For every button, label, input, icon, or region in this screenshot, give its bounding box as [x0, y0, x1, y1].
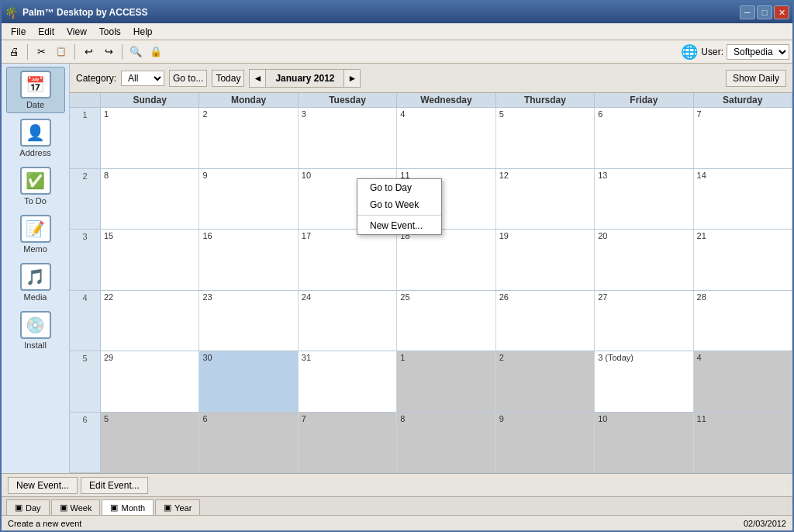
tb-sep-1 [27, 44, 28, 60]
today-button[interactable]: Today [212, 70, 244, 87]
next-month-button[interactable]: ► [344, 70, 360, 87]
day-cell-3-5[interactable]: 19 [496, 230, 595, 290]
prev-month-button[interactable]: ◄ [250, 70, 265, 87]
sidebar-item-address[interactable]: 👤 Address [6, 115, 65, 161]
sidebar-item-install[interactable]: 💿 Install [6, 307, 65, 354]
header-saturday: Saturday [694, 93, 792, 107]
day-cell-1-2[interactable]: 2 [199, 108, 298, 168]
tb-undo[interactable]: ↩ [79, 43, 98, 61]
day-cell-1-6[interactable]: 6 [595, 108, 693, 168]
day-number: 1 [400, 353, 405, 362]
sidebar-label-address: Address [19, 148, 50, 157]
day-cell-5-3[interactable]: 31 [299, 351, 397, 412]
tab-month[interactable]: ▣ Month [102, 499, 154, 515]
todo-icon: ✅ [20, 167, 51, 195]
day-cell-5-6[interactable]: 3 (Today) [595, 351, 693, 412]
day-cell-3-3[interactable]: 17 [299, 230, 397, 290]
context-menu-goto-day[interactable]: Go to Day [357, 179, 441, 196]
context-menu-goto-week[interactable]: Go to Week [357, 196, 441, 213]
day-cell-6-5[interactable]: 9 [496, 413, 595, 473]
tab-week[interactable]: ▣ Week [51, 499, 101, 515]
day-cell-3-4[interactable]: 18 [397, 230, 495, 290]
menu-edit[interactable]: Edit [32, 25, 60, 39]
day-cell-2-2[interactable]: 9 [199, 169, 298, 230]
day-cell-6-2[interactable]: 6 [199, 413, 298, 473]
day-number: 5 [104, 414, 109, 423]
day-cell-5-5[interactable]: 2 [496, 351, 595, 412]
day-cell-5-2[interactable]: 30 [199, 351, 298, 412]
tb-lock[interactable]: 🔒 [147, 43, 165, 61]
day-cell-4-4[interactable]: 25 [397, 291, 495, 351]
close-button[interactable]: ✕ [774, 5, 789, 19]
tb-cut[interactable]: ✂ [32, 43, 50, 61]
week-row-3: 315161718192021 [70, 230, 792, 291]
day-cell-2-5[interactable]: 12 [496, 169, 595, 230]
day-cell-3-7[interactable]: 21 [694, 230, 792, 290]
day-cell-6-4[interactable]: 8 [397, 413, 495, 473]
day-number: 17 [302, 231, 311, 240]
day-cell-4-2[interactable]: 23 [199, 291, 298, 351]
day-cell-6-7[interactable]: 11 [694, 413, 792, 473]
day-cell-4-7[interactable]: 28 [694, 291, 792, 351]
day-cell-6-6[interactable]: 10 [595, 413, 693, 473]
day-number: 11 [697, 414, 706, 423]
maximize-button[interactable]: □ [757, 5, 772, 19]
memo-icon: 📝 [20, 215, 51, 243]
day-cell-2-6[interactable]: 13 [595, 169, 693, 230]
new-event-button[interactable]: New Event... [8, 477, 78, 494]
day-cell-2-7[interactable]: 14 [694, 169, 792, 230]
day-cell-1-7[interactable]: 7 [694, 108, 792, 168]
bottom-tabs: ▣ Day ▣ Week ▣ Month ▣ Year [2, 496, 792, 515]
day-cell-1-1[interactable]: 1 [101, 108, 199, 168]
day-cell-5-7[interactable]: 4 [694, 351, 792, 412]
tb-redo[interactable]: ↪ [99, 43, 118, 61]
status-bar: Create a new event 02/03/2012 [2, 515, 792, 530]
menu-view[interactable]: View [60, 25, 93, 39]
month-tab-label: Month [121, 503, 145, 513]
day-number: 3 (Today) [598, 353, 633, 362]
day-cell-3-6[interactable]: 20 [595, 230, 693, 290]
show-daily-button[interactable]: Show Daily [726, 70, 786, 87]
day-cell-4-1[interactable]: 22 [101, 291, 199, 351]
sidebar-item-media[interactable]: 🎵 Media [6, 259, 65, 306]
user-select[interactable]: Softpedia [727, 44, 789, 60]
day-number: 3 [302, 109, 306, 119]
day-number: 8 [400, 414, 405, 423]
day-cell-1-4[interactable]: 4 [397, 108, 495, 168]
sidebar-item-todo[interactable]: ✅ To Do [6, 163, 65, 209]
calendar-area: Category: All Go to... Today ◄ January 2… [70, 64, 792, 473]
day-cell-2-1[interactable]: 8 [101, 169, 199, 230]
day-cell-6-3[interactable]: 7 [299, 413, 397, 473]
day-cell-5-1[interactable]: 29 [101, 351, 199, 412]
goto-button[interactable]: Go to... [169, 70, 207, 87]
day-number: 4 [400, 109, 405, 119]
edit-event-button[interactable]: Edit Event... [81, 477, 148, 494]
minimize-button[interactable]: ─ [740, 5, 755, 19]
bottom-buttons: New Event... Edit Event... [2, 473, 792, 496]
day-cell-4-3[interactable]: 24 [299, 291, 397, 351]
day-cell-3-2[interactable]: 16 [199, 230, 298, 290]
sidebar-item-date[interactable]: 📅 Date [6, 67, 65, 113]
day-tab-label: Day [26, 503, 41, 513]
day-number: 7 [697, 109, 702, 119]
day-cell-4-6[interactable]: 27 [595, 291, 693, 351]
category-select[interactable]: All [121, 71, 164, 86]
tb-copy[interactable]: 📋 [52, 43, 71, 61]
context-menu-new-event[interactable]: New Event... [357, 217, 441, 234]
tab-day[interactable]: ▣ Day [6, 499, 50, 515]
day-cell-3-1[interactable]: 15 [101, 230, 199, 290]
day-cell-4-5[interactable]: 26 [496, 291, 595, 351]
menu-file[interactable]: File [5, 25, 32, 39]
tb-search[interactable]: 🔍 [126, 43, 145, 61]
menu-tools[interactable]: Tools [93, 25, 127, 39]
day-cell-6-1[interactable]: 5 [101, 413, 199, 473]
day-cell-1-5[interactable]: 5 [496, 108, 595, 168]
day-cell-5-4[interactable]: 1 [397, 351, 495, 412]
menu-help[interactable]: Help [127, 25, 159, 39]
day-number: 22 [104, 292, 113, 302]
tb-print[interactable]: 🖨 [5, 43, 23, 61]
sidebar-label-memo: Memo [23, 244, 47, 254]
day-cell-1-3[interactable]: 3 [299, 108, 397, 168]
tab-year[interactable]: ▣ Year [155, 499, 200, 515]
sidebar-item-memo[interactable]: 📝 Memo [6, 211, 65, 257]
